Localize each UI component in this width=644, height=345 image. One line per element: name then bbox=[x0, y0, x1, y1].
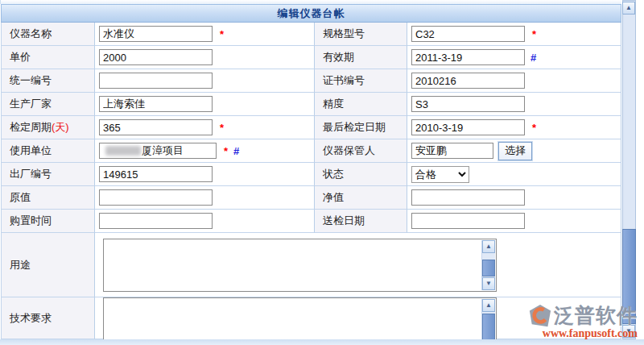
page-title: 编辑仪器台帐 bbox=[278, 6, 345, 21]
purpose-label: 用途 bbox=[10, 258, 31, 272]
manufacturer-label: 生产厂家 bbox=[10, 97, 52, 111]
form-row: 出厂编号 状态 合格 bbox=[2, 163, 621, 186]
using-unit-input[interactable]: 厦漳项目 bbox=[99, 143, 217, 159]
factory-number-label: 出厂编号 bbox=[10, 167, 52, 181]
scroll-down-icon[interactable]: ▼ bbox=[482, 277, 495, 290]
textarea-scrollbar[interactable]: ▲ ▼ bbox=[481, 240, 495, 290]
certificate-number-input[interactable] bbox=[411, 73, 525, 89]
required-marker: * bbox=[224, 145, 228, 157]
scroll-up-icon[interactable]: ▲ bbox=[622, 2, 635, 15]
hash-marker: # bbox=[233, 145, 239, 157]
technical-requirements-textarea[interactable]: ▲ bbox=[103, 297, 497, 345]
valid-until-label: 有效期 bbox=[323, 50, 354, 64]
textarea-scrollbar[interactable]: ▲ bbox=[481, 299, 495, 344]
verification-cycle-label: 检定周期 bbox=[10, 120, 52, 135]
spec-model-label: 规格型号 bbox=[323, 27, 365, 41]
last-verification-date-input[interactable] bbox=[411, 119, 525, 135]
instrument-form: 仪器名称 * 规格型号 * 单价 有效期 # 统一编号 bbox=[1, 23, 621, 339]
factory-number-input[interactable] bbox=[99, 166, 213, 182]
vendor-url: www.fanpusoft.com bbox=[509, 327, 638, 340]
purchase-date-label: 购置时间 bbox=[10, 214, 52, 228]
inspection-date-input[interactable] bbox=[411, 213, 525, 229]
net-value-input[interactable] bbox=[411, 189, 525, 206]
custodian-input[interactable] bbox=[411, 143, 493, 159]
dialog-header: 编辑仪器台帐 bbox=[1, 4, 621, 23]
form-row: 原值 净值 bbox=[2, 186, 621, 210]
instrument-name-label: 仪器名称 bbox=[10, 27, 52, 41]
precision-input[interactable] bbox=[411, 96, 525, 112]
required-marker: * bbox=[532, 122, 536, 134]
fanpu-logo-icon bbox=[528, 304, 552, 328]
inspection-date-label: 送检日期 bbox=[323, 214, 365, 228]
last-verification-date-label: 最后检定日期 bbox=[323, 120, 386, 135]
page-scrollbar[interactable]: ▲ ▼ bbox=[622, 0, 636, 339]
required-marker: * bbox=[220, 28, 224, 40]
form-row: 仪器名称 * 规格型号 * bbox=[2, 23, 621, 46]
spec-model-input[interactable] bbox=[411, 26, 525, 42]
custodian-select-button[interactable]: 选择 bbox=[498, 142, 532, 160]
original-value-label: 原值 bbox=[10, 190, 31, 205]
manufacturer-input[interactable] bbox=[99, 96, 213, 112]
custodian-label: 仪器保管人 bbox=[323, 143, 375, 158]
hash-marker: # bbox=[530, 52, 536, 64]
purpose-textarea[interactable]: ▲ ▼ bbox=[103, 239, 497, 292]
verification-cycle-input[interactable] bbox=[99, 119, 213, 135]
instrument-name-input[interactable] bbox=[99, 26, 213, 42]
scrollbar-thumb[interactable] bbox=[482, 260, 495, 276]
form-row: 生产厂家 精度 bbox=[2, 93, 621, 116]
using-unit-visible-text: 厦漳项目 bbox=[142, 143, 184, 158]
form-row: 用途 ▲ ▼ bbox=[2, 233, 621, 297]
scrollbar-thumb[interactable] bbox=[482, 314, 495, 341]
precision-label: 精度 bbox=[323, 97, 344, 111]
form-row: 统一编号 证书编号 bbox=[2, 69, 621, 93]
form-row: 检定周期(天) * 最后检定日期 * bbox=[2, 116, 621, 139]
status-select[interactable]: 合格 bbox=[411, 166, 469, 183]
form-row: 使用单位 厦漳项目 * # 仪器保管人 选择 bbox=[2, 139, 621, 163]
required-marker: * bbox=[220, 122, 224, 134]
scroll-up-icon[interactable]: ▲ bbox=[482, 299, 495, 312]
net-value-label: 净值 bbox=[323, 190, 344, 205]
form-row: 购置时间 送检日期 bbox=[2, 210, 621, 233]
purchase-date-input[interactable] bbox=[99, 213, 213, 229]
unit-price-input[interactable] bbox=[99, 49, 213, 65]
edit-instrument-ledger-window: 编辑仪器台帐 仪器名称 * 规格型号 * 单价 有效期 # bbox=[0, 0, 644, 345]
certificate-number-label: 证书编号 bbox=[323, 73, 365, 88]
technical-requirements-label: 技术要求 bbox=[10, 311, 52, 326]
unit-price-label: 单价 bbox=[10, 50, 31, 64]
vendor-name: 泛普软件 bbox=[554, 302, 638, 329]
original-value-input[interactable] bbox=[99, 189, 213, 206]
required-marker: * bbox=[532, 28, 536, 40]
redacted-text bbox=[105, 146, 141, 156]
verification-cycle-label-suffix: (天) bbox=[52, 120, 69, 135]
vendor-watermark: 泛普软件 www.fanpusoft.com bbox=[509, 302, 638, 340]
scroll-up-icon[interactable]: ▲ bbox=[482, 240, 495, 253]
status-label: 状态 bbox=[323, 167, 344, 181]
unified-number-input[interactable] bbox=[99, 73, 213, 89]
bottom-strip bbox=[0, 339, 644, 345]
form-row: 单价 有效期 # bbox=[2, 46, 621, 69]
unified-number-label: 统一编号 bbox=[10, 73, 52, 88]
using-unit-label: 使用单位 bbox=[10, 143, 52, 158]
valid-until-input[interactable] bbox=[411, 49, 525, 65]
